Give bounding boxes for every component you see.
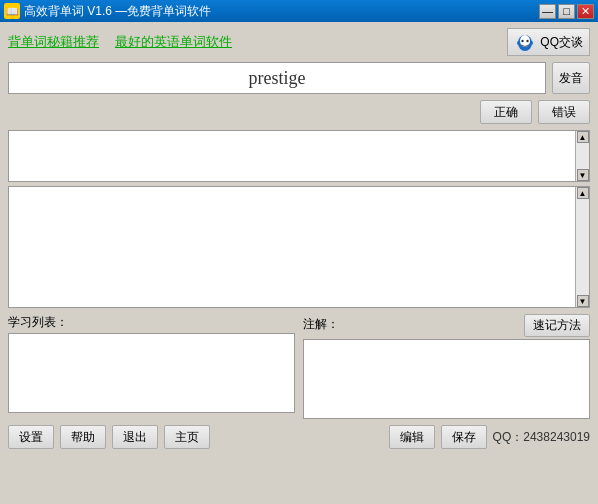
bottom-section: 学习列表： 注解： 速记方法 [8,314,590,419]
list-label: 学习列表： [8,314,295,331]
scroll-down-arrow[interactable]: ▼ [577,169,589,181]
qq-chat-label: QQ交谈 [540,34,583,51]
note-header: 注解： 速记方法 [303,314,590,337]
qq-icon [514,31,536,53]
close-button[interactable]: ✕ [577,4,594,19]
wrong-button[interactable]: 错误 [538,100,590,124]
top-links: 背单词秘籍推荐 最好的英语单词软件 [8,33,232,51]
qq-chat-button[interactable]: QQ交谈 [507,28,590,56]
sound-button[interactable]: 发音 [552,62,590,94]
app-icon: 📖 [4,3,20,19]
save-button[interactable]: 保存 [441,425,487,449]
qq-number-label: QQ：2438243019 [493,429,590,446]
scroll-down-arrow-2[interactable]: ▼ [577,295,589,307]
edit-button[interactable]: 编辑 [389,425,435,449]
minimize-button[interactable]: — [539,4,556,19]
right-buttons: 编辑 保存 QQ：2438243019 [389,425,590,449]
scroll-up-arrow[interactable]: ▲ [577,131,589,143]
link-best-software[interactable]: 最好的英语单词软件 [115,33,232,51]
title-bar-left: 📖 高效背单词 V1.6 —免费背单词软件 [4,3,211,20]
settings-button[interactable]: 设置 [8,425,54,449]
title-buttons: — □ ✕ [539,4,594,19]
exit-button[interactable]: 退出 [112,425,158,449]
left-buttons: 设置 帮助 退出 主页 [8,425,210,449]
bottom-scrollbar[interactable]: ▲ ▼ [575,187,589,307]
title-bar: 📖 高效背单词 V1.6 —免费背单词软件 — □ ✕ [0,0,598,22]
svg-point-3 [527,40,529,42]
maximize-button[interactable]: □ [558,4,575,19]
top-text-area[interactable]: ▲ ▼ [8,130,590,182]
word-row: 发音 [8,62,590,94]
correct-button[interactable]: 正确 [480,100,532,124]
top-scrollbar[interactable]: ▲ ▼ [575,131,589,181]
quick-memory-button[interactable]: 速记方法 [524,314,590,337]
main-container: 背单词秘籍推荐 最好的英语单词软件 QQ交谈 发音 正确 错误 ▲ [0,22,598,504]
svg-point-5 [530,41,533,45]
answer-row: 正确 错误 [8,100,590,124]
scroll-up-arrow-2[interactable]: ▲ [577,187,589,199]
window-title: 高效背单词 V1.6 —免费背单词软件 [24,3,211,20]
list-section: 学习列表： [8,314,295,419]
note-label: 注解： [303,316,339,333]
help-button[interactable]: 帮助 [60,425,106,449]
svg-point-2 [522,40,524,42]
buttons-row: 设置 帮助 退出 主页 编辑 保存 QQ：2438243019 [8,425,590,449]
list-textarea[interactable] [8,333,295,413]
top-bar: 背单词秘籍推荐 最好的英语单词软件 QQ交谈 [8,28,590,56]
word-input[interactable] [8,62,546,94]
svg-point-4 [517,41,520,45]
bottom-text-area[interactable]: ▲ ▼ [8,186,590,308]
link-vocabulary-secrets[interactable]: 背单词秘籍推荐 [8,33,99,51]
home-button[interactable]: 主页 [164,425,210,449]
note-textarea[interactable] [303,339,590,419]
note-section: 注解： 速记方法 [303,314,590,419]
